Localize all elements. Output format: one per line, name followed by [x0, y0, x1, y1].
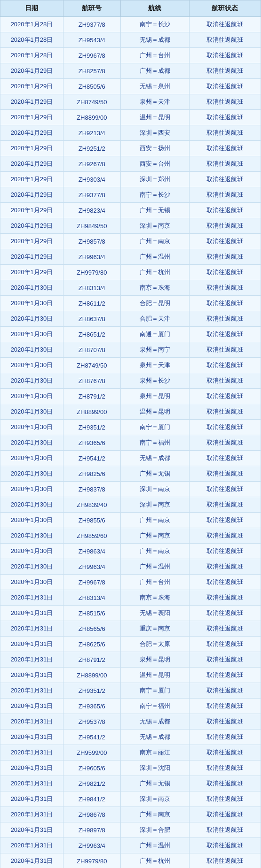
cell-date: 2020年1月31日 — [0, 760, 63, 776]
cell-route: 南宁＝福州 — [120, 699, 189, 714]
cell-date: 2020年1月31日 — [0, 606, 63, 621]
cell-date: 2020年1月31日 — [0, 699, 63, 714]
cell-flight: ZH9963/4 — [63, 838, 120, 853]
cell-date: 2020年1月31日 — [0, 853, 63, 868]
cell-flight: ZH9897/8 — [63, 822, 120, 838]
cell-status: 取消往返航班 — [189, 63, 261, 79]
cell-flight: ZH8791/2 — [63, 389, 120, 404]
cell-flight: ZH8515/6 — [63, 606, 120, 621]
cell-flight: ZH9541/2 — [63, 730, 120, 745]
cell-flight: ZH8651/2 — [63, 327, 120, 342]
cell-route: 无锡＝成都 — [120, 730, 189, 745]
table-row: 2020年1月29日ZH9823/4广州＝无锡取消往返航班 — [0, 203, 261, 218]
cell-status: 取消往返航班 — [189, 652, 261, 668]
cell-flight: ZH9537/8 — [63, 714, 120, 730]
cell-flight: ZH8565/6 — [63, 621, 120, 637]
cell-route: 西安＝台州 — [120, 156, 189, 172]
table-row: 2020年1月31日ZH9541/2无锡＝成都取消往返航班 — [0, 730, 261, 745]
cell-flight: ZH9599/00 — [63, 745, 120, 760]
table-row: 2020年1月30日ZH9351/2南宁＝厦门取消往返航班 — [0, 420, 261, 435]
table-row: 2020年1月31日ZH9897/8深圳＝合肥取消往返航班 — [0, 822, 261, 838]
cell-date: 2020年1月30日 — [0, 497, 63, 513]
cell-date: 2020年1月29日 — [0, 63, 63, 79]
cell-date: 2020年1月31日 — [0, 637, 63, 652]
cell-route: 广州＝台州 — [120, 575, 189, 590]
table-row: 2020年1月31日ZH8899/00温州＝昆明取消往返航班 — [0, 668, 261, 683]
cell-date: 2020年1月31日 — [0, 776, 63, 791]
cell-date: 2020年1月29日 — [0, 79, 63, 94]
cell-route: 广州＝南京 — [120, 807, 189, 822]
cell-date: 2020年1月29日 — [0, 218, 63, 234]
cell-route: 广州＝无锡 — [120, 203, 189, 218]
table-row: 2020年1月30日ZH8611/2合肥＝昆明取消往返航班 — [0, 296, 261, 311]
cell-status: 取消往返航班 — [189, 311, 261, 327]
header-date: 日期 — [0, 0, 63, 17]
cell-status: 取消往返航班 — [189, 125, 261, 141]
table-row: 2020年1月31日ZH8625/6合肥＝太原取消往返航班 — [0, 637, 261, 652]
cell-date: 2020年1月30日 — [0, 311, 63, 327]
table-row: 2020年1月30日ZH8899/00温州＝昆明取消往返航班 — [0, 404, 261, 420]
table-row: 2020年1月30日ZH8791/2泉州＝昆明取消往返航班 — [0, 389, 261, 404]
cell-status: 取消往返航班 — [189, 668, 261, 683]
cell-flight: ZH9967/8 — [63, 48, 120, 63]
cell-route: 广州＝南京 — [120, 513, 189, 528]
cell-status: 取消往返航班 — [189, 141, 261, 156]
cell-date: 2020年1月30日 — [0, 559, 63, 575]
cell-route: 南通＝厦门 — [120, 327, 189, 342]
cell-flight: ZH9839/40 — [63, 497, 120, 513]
cell-route: 泉州＝昆明 — [120, 389, 189, 404]
header-flight: 航班号 — [63, 0, 120, 17]
cell-route: 无锡＝泉州 — [120, 79, 189, 94]
cell-route: 泉州＝昆明 — [120, 652, 189, 668]
cell-status: 取消往返航班 — [189, 575, 261, 590]
table-row: 2020年1月29日ZH8257/8广州＝成都取消往返航班 — [0, 63, 261, 79]
cell-status: 取消往返航班 — [189, 590, 261, 606]
table-row: 2020年1月30日ZH8651/2南通＝厦门取消往返航班 — [0, 327, 261, 342]
cell-route: 温州＝昆明 — [120, 404, 189, 420]
cell-flight: ZH9541/2 — [63, 451, 120, 466]
cell-status: 取消往返航班 — [189, 482, 261, 497]
cell-date: 2020年1月30日 — [0, 389, 63, 404]
cell-route: 无锡＝成都 — [120, 714, 189, 730]
cell-route: 深圳＝南京 — [120, 218, 189, 234]
cell-flight: ZH8899/00 — [63, 404, 120, 420]
table-row: 2020年1月31日ZH9979/80广州＝杭州取消往返航班 — [0, 853, 261, 868]
table-row: 2020年1月29日ZH9213/4深圳＝西安取消往返航班 — [0, 125, 261, 141]
cell-flight: ZH8749/50 — [63, 94, 120, 110]
cell-date: 2020年1月31日 — [0, 791, 63, 807]
cell-date: 2020年1月30日 — [0, 528, 63, 544]
table-row: 2020年1月31日ZH9963/4广州＝温州取消往返航班 — [0, 838, 261, 853]
cell-status: 取消往返航班 — [189, 791, 261, 807]
cell-date: 2020年1月30日 — [0, 575, 63, 590]
cell-status: 取消往返航班 — [189, 172, 261, 187]
cell-status: 取消往返航班 — [189, 327, 261, 342]
table-row: 2020年1月30日ZH9967/8广州＝台州取消往返航班 — [0, 575, 261, 590]
table-row: 2020年1月30日ZH8637/8合肥＝天津取消往返航班 — [0, 311, 261, 327]
cell-route: 南宁＝厦门 — [120, 683, 189, 699]
cell-date: 2020年1月29日 — [0, 141, 63, 156]
cell-status: 取消往返航班 — [189, 497, 261, 513]
cell-flight: ZH9979/80 — [63, 853, 120, 868]
cell-flight: ZH8707/8 — [63, 342, 120, 358]
cell-status: 取消往返航班 — [189, 404, 261, 420]
table-row: 2020年1月31日ZH9365/6南宁＝福州取消往返航班 — [0, 699, 261, 714]
cell-route: 广州＝无锡 — [120, 466, 189, 482]
cell-route: 广州＝温州 — [120, 249, 189, 265]
cell-status: 取消往返航班 — [189, 559, 261, 575]
cell-flight: ZH8313/4 — [63, 590, 120, 606]
cell-route: 深圳＝南京 — [120, 482, 189, 497]
cell-date: 2020年1月29日 — [0, 203, 63, 218]
cell-route: 广州＝温州 — [120, 559, 189, 575]
cell-status: 取消往返航班 — [189, 714, 261, 730]
cell-date: 2020年1月31日 — [0, 838, 63, 853]
cell-status: 取消往返航班 — [189, 203, 261, 218]
table-row: 2020年1月31日ZH9537/8无锡＝成都取消往返航班 — [0, 714, 261, 730]
cell-route: 广州＝温州 — [120, 838, 189, 853]
cell-status: 取消往返航班 — [189, 265, 261, 280]
cell-flight: ZH9859/60 — [63, 528, 120, 544]
cell-route: 广州＝南京 — [120, 528, 189, 544]
cell-date: 2020年1月31日 — [0, 822, 63, 838]
cell-status: 取消往返航班 — [189, 389, 261, 404]
table-row: 2020年1月29日ZH9979/80广州＝杭州取消往返航班 — [0, 265, 261, 280]
cell-route: 南京＝丽江 — [120, 745, 189, 760]
